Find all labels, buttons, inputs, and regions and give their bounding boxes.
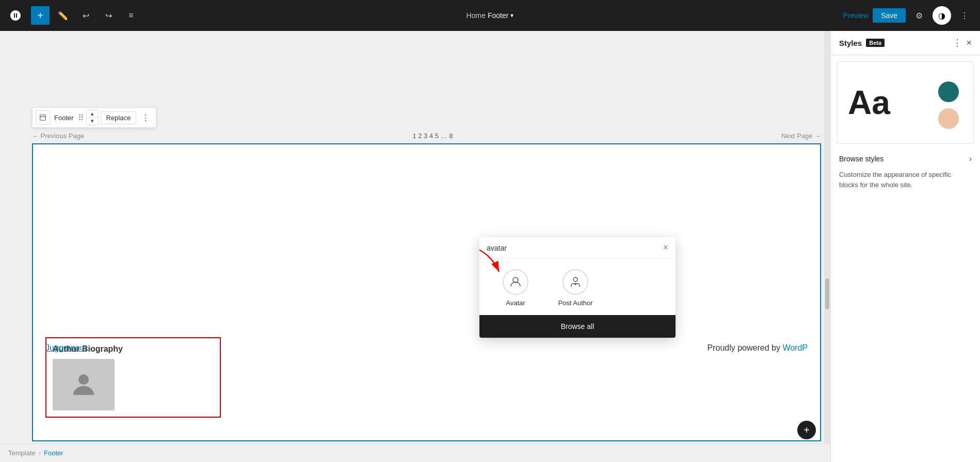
powered-by: Proudly powered by WordP [708,343,808,353]
svg-rect-0 [40,115,46,121]
avatar-block-item[interactable]: Avatar [490,269,541,307]
styles-panel: Styles Beta ⋮ × Aa Browse styles › Custo… [830,31,980,462]
toolbar-right: Preview Save ⚙ ◑ ⋮ [843,6,974,25]
breadcrumb-dropdown-button[interactable]: ▾ [510,12,513,19]
move-block-control[interactable]: ▲ ▼ [86,110,99,125]
save-button[interactable]: Save [873,8,906,23]
pagination-numbers: 1 2 3 4 5 … 8 [412,132,453,140]
block-toolbar: Footer ⠿ ▲ ▼ Replace ⋮ [32,107,156,128]
juggernaut-link[interactable]: Juggernaut [45,343,87,353]
settings-icon-button[interactable]: ⚙ [910,6,928,25]
top-toolbar: + ✏️ ↩ ↪ ≡ Home Footer ▾ Preview Save ⚙ … [0,0,980,31]
block-more-button[interactable]: ⋮ [138,110,153,125]
main-layout: Footer ⠿ ▲ ▼ Replace ⋮ ← Previous Page 1… [0,31,980,462]
beta-badge: Beta [866,39,885,47]
block-search-input[interactable] [487,244,658,252]
pagination-bar: ← Previous Page 1 2 3 4 5 … 8 Next Page … [32,132,821,140]
color-dot-teal [938,81,959,102]
popup-close-button[interactable]: × [663,242,668,253]
replace-button[interactable]: Replace [101,111,137,124]
panel-more-button[interactable]: ⋮ [953,37,962,48]
undo-button[interactable]: ↩ [76,6,95,25]
move-up-button[interactable]: ▲ [87,110,98,118]
panel-close-button[interactable]: × [966,38,972,48]
status-footer-link[interactable]: Footer [44,449,63,457]
prev-page-link[interactable]: ← Previous Page [32,132,84,140]
canvas-area: Footer ⠿ ▲ ▼ Replace ⋮ ← Previous Page 1… [0,31,830,462]
popup-block-results: Avatar [479,259,676,315]
panel-header-right: ⋮ × [953,37,972,48]
block-label: Footer [52,114,76,122]
status-separator: › [39,449,41,457]
color-dot-peach [938,108,959,129]
popup-search-bar: × [479,237,676,259]
browse-styles-chevron-icon: › [969,154,972,163]
wordpress-link[interactable]: WordP [782,343,808,352]
customize-description: Customize the appearance of specific blo… [831,170,980,196]
scrollbar[interactable] [824,31,830,443]
typography-preview: Aa [848,86,890,119]
post-author-block-label: Post Author [558,299,592,307]
svg-point-5 [573,277,577,282]
wp-logo[interactable] [6,6,25,25]
styles-preview-card[interactable]: Aa [837,61,974,144]
editor-block[interactable]: Author Biography Juggernaut Proudly powe… [32,143,821,441]
browse-styles-row[interactable]: Browse styles › [831,150,980,170]
scrollbar-thumb[interactable] [825,278,829,309]
theme-toggle-button[interactable]: ◑ [933,6,951,25]
browse-all-button[interactable]: Browse all [479,315,676,338]
redo-button[interactable]: ↪ [99,6,118,25]
next-page-link[interactable]: Next Page → [781,132,821,140]
footer-content: Author Biography Juggernaut Proudly powe… [33,144,820,440]
browse-styles-label: Browse styles [839,155,883,163]
breadcrumb-center: Home Footer ▾ [467,11,514,20]
move-down-button[interactable]: ▼ [87,118,98,125]
avatar-block-label: Avatar [506,299,525,307]
panel-header: Styles Beta ⋮ × [831,31,980,55]
drag-handle[interactable]: ⠿ [78,113,84,123]
add-block-toolbar-button[interactable]: + [31,6,50,25]
preview-button[interactable]: Preview [843,11,869,20]
list-view-button[interactable]: ≡ [122,6,140,25]
breadcrumb-current: Footer [488,11,508,20]
edit-icon-button[interactable]: ✏️ [54,6,72,25]
breadcrumb-home[interactable]: Home [467,11,486,20]
add-block-canvas-button[interactable]: + [797,421,816,439]
status-bar: Template › Footer [0,443,830,462]
author-avatar [53,359,115,410]
panel-title: Styles [839,39,862,47]
status-template: Template [8,449,36,457]
block-icon[interactable] [36,110,50,125]
post-author-icon [563,269,588,295]
more-menu-button[interactable]: ⋮ [955,6,974,25]
post-author-block-item[interactable]: Post Author [550,269,601,307]
svg-point-2 [78,374,89,385]
block-search-popup: × Avatar [479,237,676,338]
avatar-icon [503,269,528,295]
